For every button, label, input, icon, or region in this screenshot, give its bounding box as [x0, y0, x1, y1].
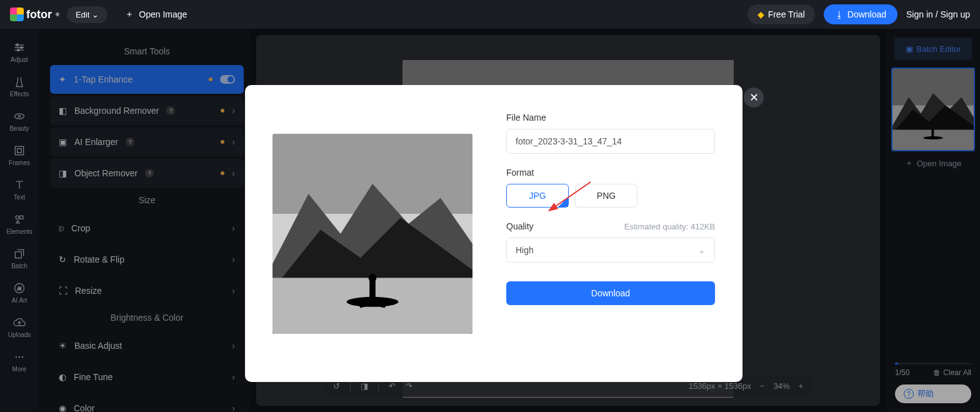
app-header: fotor® Edit ⌄ ＋ Open Image ◆ Free Trial …	[0, 0, 980, 29]
plus-icon: ＋	[125, 9, 134, 20]
diamond-icon: ◆	[758, 9, 764, 19]
free-trial-button[interactable]: ◆ Free Trial	[748, 4, 815, 24]
modal-form: File Name Format JPG PNG Quality Estimat…	[506, 113, 715, 354]
chevron-down-icon: ⌄	[92, 10, 99, 19]
svg-point-36	[369, 274, 377, 282]
svg-rect-35	[369, 279, 376, 301]
close-button[interactable]: ✕	[744, 88, 764, 108]
edit-dropdown[interactable]: Edit ⌄	[67, 6, 108, 23]
logo[interactable]: fotor®	[10, 8, 59, 21]
modal-download-button[interactable]: Download	[506, 281, 715, 305]
free-trial-label: Free Trial	[768, 9, 805, 19]
signin-label: Sign in / Sign up	[906, 9, 970, 19]
header-right: ◆ Free Trial ⭳ Download Sign in / Sign u…	[748, 4, 970, 24]
quality-label: Quality	[506, 221, 534, 231]
brand-text: fotor	[26, 8, 52, 21]
modal-preview-image	[272, 134, 472, 334]
download-button[interactable]: ⭳ Download	[824, 4, 898, 24]
format-label: Format	[506, 168, 715, 178]
file-name-input[interactable]	[506, 129, 715, 154]
quality-select[interactable]: High ⌄	[506, 238, 715, 263]
open-image-button[interactable]: ＋ Open Image	[125, 9, 187, 20]
download-modal: ✕ File Name Format JPG PNG Quality Estim…	[245, 85, 742, 382]
estimated-quality: Estimated quality: 412KB	[624, 222, 715, 231]
close-icon: ✕	[749, 91, 759, 104]
header-left: fotor® Edit ⌄ ＋ Open Image	[10, 6, 187, 23]
format-jpg-button[interactable]: JPG	[506, 184, 569, 208]
logo-mark-icon	[10, 8, 24, 21]
download-label: Download	[848, 9, 886, 19]
signin-link[interactable]: Sign in / Sign up	[906, 9, 970, 19]
chevron-down-icon: ⌄	[698, 245, 706, 255]
edit-label: Edit	[76, 10, 89, 19]
open-image-label: Open Image	[139, 9, 187, 19]
download-icon: ⭳	[835, 9, 844, 19]
file-name-label: File Name	[506, 113, 715, 123]
format-png-button[interactable]: PNG	[575, 184, 638, 208]
